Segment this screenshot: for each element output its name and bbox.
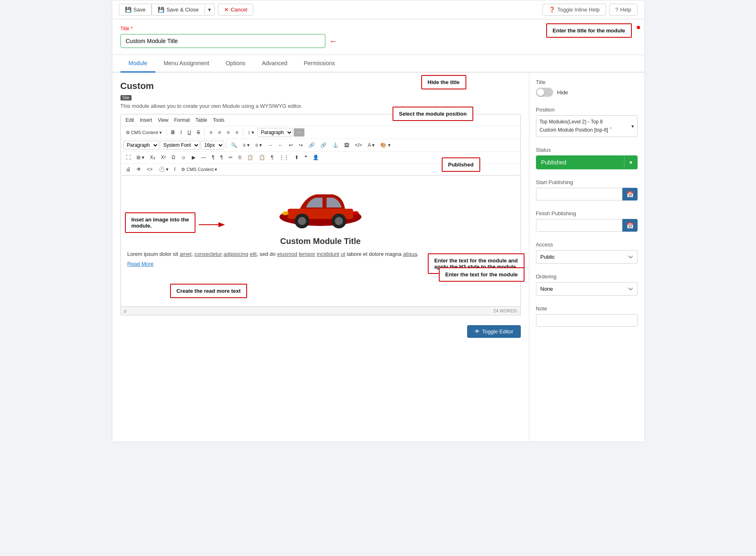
lorem-link-5[interactable]: eiusmod [277,251,297,257]
editor-menu-tools[interactable]: Tools [211,116,227,124]
lorem-link-7[interactable]: incididunt [317,251,339,257]
unlink-btn[interactable]: 🔗 [318,141,329,149]
cms-content-btn[interactable]: ⚙ CMS Content ▾ [123,129,164,137]
font-color-btn[interactable]: A ▾ [366,141,377,149]
finish-publishing-calendar-btn[interactable]: 📅 [622,219,638,232]
save-button[interactable]: 💾 Save [119,4,152,16]
tab-permissions[interactable]: Permissions [295,55,343,73]
tabs-bar: Module Menu Assignment Options Advanced … [112,55,644,73]
lorem-link-6[interactable]: tempor [299,251,315,257]
underline-btn[interactable]: U [185,128,194,137]
required-star: * [131,26,133,32]
preview-btn[interactable]: 👁 [134,165,144,173]
editor-menu-view[interactable]: View [155,116,171,124]
position-value: Top Modules(Level 2) - Top 8Custom Modul… [540,119,612,133]
align-center-btn[interactable]: ≡ [216,128,223,137]
size-select[interactable]: 16px [201,141,224,150]
bold-btn[interactable]: B [169,128,177,137]
italic-btn[interactable]: I [178,128,184,137]
position-dropdown[interactable]: Top Modules(Level 2) - Top 8Custom Modul… [536,115,638,137]
tab-options[interactable]: Options [218,55,254,73]
anchor-btn[interactable]: ⚓ [330,141,341,149]
special-char-btn[interactable]: Ω [169,153,178,162]
save-close-button[interactable]: 💾 Save & Close [152,4,205,16]
editor-menu-insert[interactable]: Insert [137,116,154,124]
cancel-button[interactable]: ✕ Cancel [218,4,253,16]
toggle-editor-button[interactable]: 👁 Toggle Editor [467,325,521,338]
paragraph-select[interactable]: Paragraph H1H2H3 [257,128,293,137]
superscript-btn[interactable]: X² [159,153,168,162]
status-dropdown-btn[interactable]: ▾ [624,155,638,169]
toggle-editor-container: 👁 Toggle Editor [120,320,521,338]
outdent-btn[interactable]: ← [276,141,286,149]
print-btn[interactable]: 🖨 [123,165,133,173]
start-publishing-input[interactable] [536,188,622,201]
para-btn[interactable]: ¶ [209,153,217,162]
redo-btn[interactable]: ↪ [296,141,305,149]
note-input[interactable] [536,314,638,327]
help-button[interactable]: ? Help [609,4,638,16]
fullscreen-btn[interactable]: ⛶ [123,153,133,162]
search-btn[interactable]: 🔍 [229,141,240,149]
hline-btn[interactable]: — [199,153,209,162]
font-select[interactable]: System Font [160,141,200,150]
code-btn[interactable]: </> [352,141,364,149]
ol-btn[interactable]: ≡ ▾ [253,141,264,149]
line-height-btn[interactable]: ↕ ▾ [245,128,256,137]
finish-publishing-input[interactable] [536,219,622,232]
toggle-inline-help-button[interactable]: ❓ Toggle Inline Help [543,4,606,16]
paragraph-style-select[interactable]: Paragraph [123,141,159,150]
media-btn[interactable]: ▶ [189,153,198,162]
clock-btn[interactable]: 🕐 ▾ [156,165,171,173]
lorem-link-8[interactable]: ut [341,251,345,257]
person-btn[interactable]: 👤 [310,153,321,162]
lorem-link-3[interactable]: adipisicing [223,251,248,257]
title-toggle-row: Hide [536,88,638,97]
italic2-btn[interactable]: I [172,165,178,173]
read-more-annotation: Create the read more text [170,284,247,298]
link-btn[interactable]: 🔗 [306,141,317,149]
paste-btn[interactable]: 📋 [245,153,256,162]
paste-text-btn[interactable]: 📋 [257,153,268,162]
title-input[interactable] [120,34,325,48]
tab-advanced[interactable]: Advanced [254,55,295,73]
emoji-btn[interactable]: ☺ [179,153,188,162]
align-left-btn[interactable]: ≡ [207,128,215,137]
title-toggle-switch[interactable] [536,88,553,97]
indent-btn[interactable]: → [265,141,275,149]
align-right-btn[interactable]: ≡ [224,128,232,137]
table-insert-btn[interactable]: ⊞ ▾ [134,153,147,162]
subscript-btn[interactable]: X₂ [148,153,158,162]
bg-color-btn[interactable]: 🎨 ▾ [378,141,393,149]
access-select[interactable]: Public Registered Special [536,250,638,264]
tb-sep-1 [166,129,167,136]
lorem-link-4[interactable]: elit [250,251,257,257]
ul-btn[interactable]: ≡ ▾ [241,141,252,149]
more-btn[interactable]: ··· [294,128,304,137]
dots-btn[interactable]: ⋮⋮ [277,153,291,162]
access-select-wrapper: Public Registered Special [536,250,638,264]
lorem-link-1[interactable]: amet [179,251,191,257]
strikethrough-btn[interactable]: S [194,128,202,137]
copy-btn[interactable]: ⎘ [236,153,244,162]
source-btn[interactable]: <> [145,165,155,173]
tab-module[interactable]: Module [120,55,156,73]
lorem-link-9[interactable]: aliqua [403,251,417,257]
quote-btn[interactable]: ❝ [302,153,309,162]
cms-content2-btn[interactable]: ⚙ CMS Content ▾ [179,166,220,173]
image-btn[interactable]: 🖼 [342,141,352,149]
editor-menu-edit[interactable]: Edit [123,116,137,124]
save-dropdown-button[interactable]: ▾ [205,4,215,16]
ordering-select[interactable]: None [536,282,638,296]
upload-btn[interactable]: ⬆ [292,153,301,162]
editor-menu-format[interactable]: Format [172,116,192,124]
undo-btn[interactable]: ↩ [286,141,295,149]
lorem-link-2[interactable]: consectetur [195,251,222,257]
show-blocks-btn[interactable]: ¶ [268,153,276,162]
align-justify-btn[interactable]: ≡ [233,128,241,137]
cut-btn[interactable]: ✂ [226,153,235,162]
para2-btn[interactable]: ¶ [218,153,225,162]
start-publishing-calendar-btn[interactable]: 📅 [622,188,638,201]
tab-menu-assignment[interactable]: Menu Assignment [155,55,217,73]
editor-menu-table[interactable]: Table [193,116,210,124]
